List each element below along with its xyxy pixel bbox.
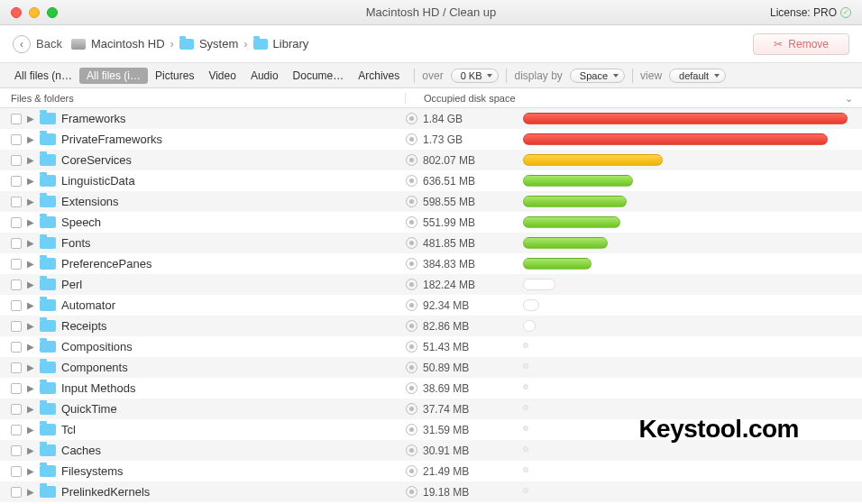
table-row[interactable]: ▶Fonts481.85 MB: [0, 233, 862, 253]
row-name: Perl: [61, 278, 82, 291]
filter-tab[interactable]: Video: [201, 68, 243, 84]
filter-tab[interactable]: All files (n…: [7, 68, 79, 84]
disclosure-triangle-icon[interactable]: ▶: [27, 300, 34, 310]
table-row[interactable]: ▶Automator92.34 MB: [0, 295, 862, 316]
display-by-select[interactable]: Space: [570, 69, 625, 83]
row-checkbox[interactable]: [11, 134, 22, 145]
disclosure-triangle-icon[interactable]: ▶: [27, 197, 34, 206]
target-icon[interactable]: [406, 113, 417, 124]
target-icon[interactable]: [406, 382, 417, 394]
disclosure-triangle-icon[interactable]: ▶: [27, 176, 34, 186]
target-icon[interactable]: [406, 196, 417, 207]
back-button[interactable]: ‹ Back: [13, 35, 62, 53]
target-icon[interactable]: [406, 175, 417, 187]
disclosure-triangle-icon[interactable]: ▶: [27, 155, 34, 165]
target-icon[interactable]: [406, 237, 417, 249]
breadcrumb-item[interactable]: System: [199, 37, 238, 50]
table-row[interactable]: ▶Caches30.91 MB: [0, 440, 862, 461]
target-icon[interactable]: [406, 154, 417, 166]
column-space[interactable]: Occupied disk space ⌄: [406, 93, 862, 104]
over-select[interactable]: 0 KB: [451, 69, 500, 83]
target-icon[interactable]: [406, 216, 417, 228]
target-icon[interactable]: [406, 486, 417, 498]
row-checkbox[interactable]: [11, 155, 22, 166]
row-checkbox[interactable]: [11, 362, 22, 373]
row-checkbox[interactable]: [11, 300, 22, 311]
filter-tab[interactable]: Docume…: [286, 68, 352, 84]
file-list[interactable]: ▶Frameworks1.84 GB▶PrivateFrameworks1.73…: [0, 108, 862, 504]
filter-tab[interactable]: Pictures: [148, 68, 201, 84]
filter-tab[interactable]: Archives: [351, 68, 407, 84]
disclosure-triangle-icon[interactable]: ▶: [27, 362, 34, 372]
display-by-label: display by: [514, 69, 562, 82]
table-row[interactable]: ▶LinguisticData636.51 MB: [0, 170, 862, 191]
close-icon[interactable]: [11, 7, 22, 18]
disclosure-triangle-icon[interactable]: ▶: [27, 425, 34, 435]
table-row[interactable]: ▶Perl182.24 MB: [0, 274, 862, 295]
target-icon[interactable]: [406, 424, 417, 435]
target-icon[interactable]: [406, 341, 417, 353]
column-files[interactable]: Files & folders: [0, 93, 406, 104]
row-checkbox[interactable]: [11, 425, 22, 435]
row-checkbox[interactable]: [11, 466, 22, 477]
table-row[interactable]: ▶Receipts82.86 MB: [0, 316, 862, 336]
zoom-icon[interactable]: [47, 7, 58, 18]
minimize-icon[interactable]: [29, 7, 40, 18]
target-icon[interactable]: [406, 299, 417, 311]
target-icon[interactable]: [406, 133, 417, 145]
table-row[interactable]: ▶Extensions598.55 MB: [0, 191, 862, 212]
breadcrumb-item[interactable]: Library: [273, 37, 309, 50]
breadcrumb-item[interactable]: Macintosh HD: [91, 37, 165, 50]
target-icon[interactable]: [406, 258, 417, 270]
table-row[interactable]: ▶Frameworks1.84 GB: [0, 108, 862, 129]
row-checkbox[interactable]: [11, 114, 22, 124]
row-checkbox[interactable]: [11, 487, 22, 498]
target-icon[interactable]: [406, 465, 417, 477]
table-row[interactable]: ▶QuickTime37.74 MB: [0, 399, 862, 419]
disclosure-triangle-icon[interactable]: ▶: [27, 342, 34, 352]
row-checkbox[interactable]: [11, 259, 22, 270]
view-select[interactable]: default: [669, 69, 726, 83]
disclosure-triangle-icon[interactable]: ▶: [27, 114, 34, 124]
disclosure-triangle-icon[interactable]: ▶: [27, 383, 34, 393]
table-row[interactable]: ▶Compositions51.43 MB: [0, 336, 862, 357]
target-icon[interactable]: [406, 320, 417, 332]
target-icon[interactable]: [406, 403, 417, 415]
row-checkbox[interactable]: [11, 321, 22, 332]
disclosure-triangle-icon[interactable]: ▶: [27, 259, 34, 269]
filter-tab[interactable]: Audio: [243, 68, 286, 84]
disclosure-triangle-icon[interactable]: ▶: [27, 217, 34, 227]
table-row[interactable]: ▶Components50.89 MB: [0, 357, 862, 378]
row-checkbox[interactable]: [11, 238, 22, 249]
target-icon[interactable]: [406, 362, 417, 373]
table-row[interactable]: ▶Tcl31.59 MB: [0, 419, 862, 440]
table-row[interactable]: ▶PrelinkedKernels19.18 MB: [0, 481, 862, 502]
row-checkbox[interactable]: [11, 445, 22, 456]
table-row[interactable]: ▶Speech551.99 MB: [0, 212, 862, 233]
table-row[interactable]: ▶Filesystems21.49 MB: [0, 461, 862, 481]
table-row[interactable]: ▶Input Methods38.69 MB: [0, 378, 862, 399]
row-checkbox[interactable]: [11, 197, 22, 207]
filter-tab[interactable]: All files (i…: [79, 68, 148, 84]
table-row[interactable]: ▶PrivateFrameworks1.73 GB: [0, 129, 862, 150]
disclosure-triangle-icon[interactable]: ▶: [27, 487, 34, 497]
row-checkbox[interactable]: [11, 176, 22, 187]
disclosure-triangle-icon[interactable]: ▶: [27, 279, 34, 289]
target-icon[interactable]: [406, 444, 417, 456]
disclosure-triangle-icon[interactable]: ▶: [27, 466, 34, 476]
table-row[interactable]: ▶PreferencePanes384.83 MB: [0, 253, 862, 274]
row-checkbox[interactable]: [11, 383, 22, 394]
remove-button[interactable]: ✂ Remove: [753, 33, 849, 55]
disclosure-triangle-icon[interactable]: ▶: [27, 321, 34, 331]
license-label: License: PRO: [770, 6, 837, 19]
target-icon[interactable]: [406, 279, 417, 290]
disclosure-triangle-icon[interactable]: ▶: [27, 404, 34, 414]
row-checkbox[interactable]: [11, 342, 22, 353]
disclosure-triangle-icon[interactable]: ▶: [27, 445, 34, 455]
row-checkbox[interactable]: [11, 404, 22, 415]
row-checkbox[interactable]: [11, 217, 22, 228]
table-row[interactable]: ▶CoreServices802.07 MB: [0, 150, 862, 170]
row-checkbox[interactable]: [11, 279, 22, 290]
disclosure-triangle-icon[interactable]: ▶: [27, 134, 34, 144]
disclosure-triangle-icon[interactable]: ▶: [27, 238, 34, 248]
